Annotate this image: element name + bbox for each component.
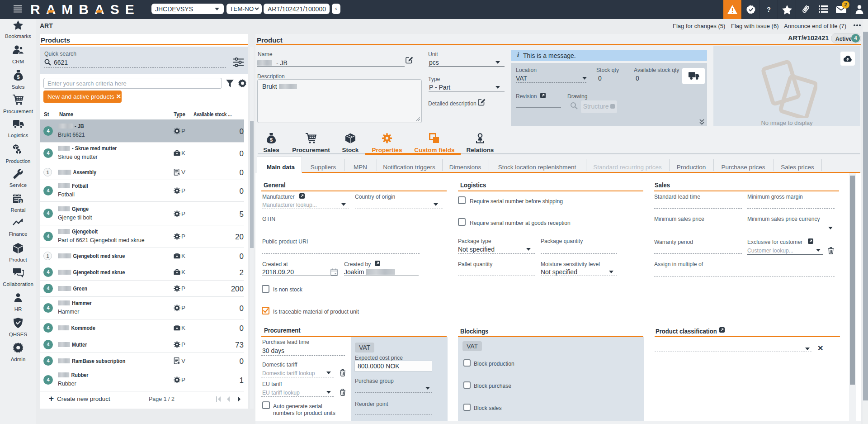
svg-text:RAMBASE: RAMBASE	[30, 4, 139, 15]
svg-text:$: $	[17, 74, 20, 80]
svg-text:$: $	[19, 199, 22, 204]
svg-text:$: $	[270, 137, 273, 143]
